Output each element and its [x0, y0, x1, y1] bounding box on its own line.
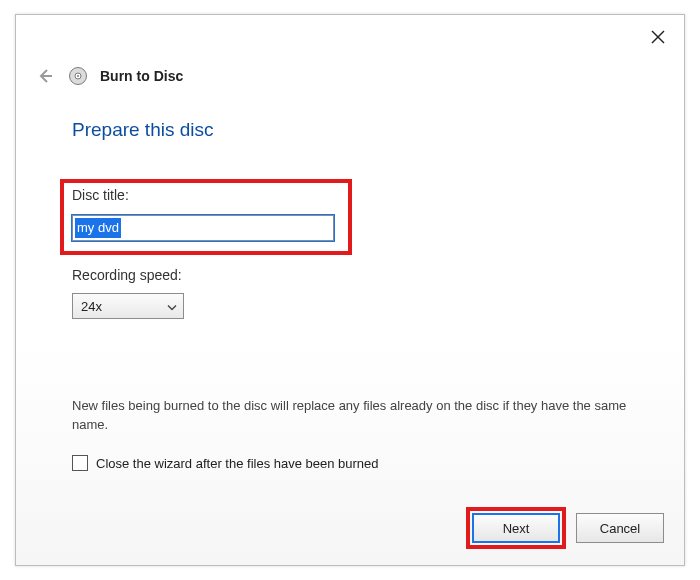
- cancel-button-label: Cancel: [600, 521, 640, 536]
- page-heading: Prepare this disc: [72, 119, 214, 141]
- disc-icon: [68, 66, 88, 86]
- close-wizard-checkbox-row: Close the wizard after the files have be…: [72, 455, 379, 471]
- next-button-label: Next: [503, 521, 530, 536]
- recording-speed-value: 24x: [81, 299, 102, 314]
- burn-to-disc-window: Burn to Disc Prepare this disc Disc titl…: [15, 14, 685, 566]
- close-wizard-checkbox[interactable]: [72, 455, 88, 471]
- close-button[interactable]: [646, 25, 670, 49]
- footer-buttons: Next Cancel: [466, 507, 664, 549]
- close-icon: [651, 30, 665, 44]
- close-wizard-label: Close the wizard after the files have be…: [96, 456, 379, 471]
- arrow-left-icon: [36, 67, 54, 85]
- cancel-button[interactable]: Cancel: [576, 513, 664, 543]
- svg-point-5: [77, 75, 79, 77]
- recording-speed-label: Recording speed:: [72, 267, 182, 283]
- header-row: Burn to Disc: [34, 65, 183, 87]
- disc-title-label: Disc title:: [72, 187, 129, 203]
- disc-title-input[interactable]: my dvd: [72, 215, 334, 241]
- next-button[interactable]: Next: [472, 513, 560, 543]
- highlight-next: Next: [466, 507, 566, 549]
- disc-title-value: my dvd: [75, 218, 121, 238]
- window-title: Burn to Disc: [100, 68, 183, 84]
- chevron-down-icon: [167, 299, 177, 314]
- recording-speed-select[interactable]: 24x: [72, 293, 184, 319]
- back-button[interactable]: [34, 65, 56, 87]
- note-text: New files being burned to the disc will …: [72, 397, 644, 435]
